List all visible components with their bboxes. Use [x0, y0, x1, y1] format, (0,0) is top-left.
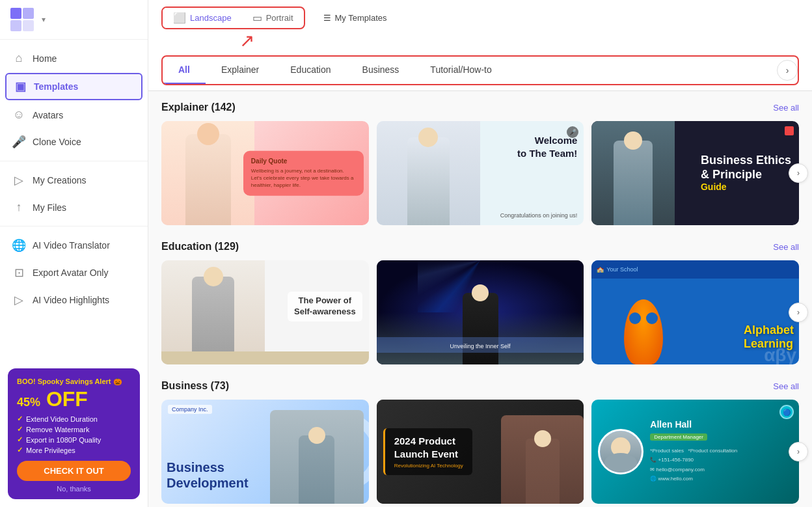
- person-body-edu2: [463, 293, 498, 364]
- sidebar-item-label: Templates: [34, 81, 78, 92]
- clone-voice-icon: 🎤: [12, 135, 26, 149]
- explainer-next-button[interactable]: ›: [789, 163, 808, 183]
- person-head-edu2: [472, 284, 489, 301]
- explainer-see-all[interactable]: See all: [773, 103, 799, 113]
- company-badge: Company Inc.: [168, 405, 212, 414]
- business-next-button[interactable]: ›: [789, 442, 808, 461]
- explainer-section: Explainer (142) See all Daily Quote Well: [161, 102, 799, 225]
- red-dot: [785, 126, 794, 135]
- avatar-indicator: 🔵: [779, 405, 794, 419]
- landscape-button[interactable]: ⬜ Landscape: [163, 8, 242, 28]
- ethics-sub: Guide: [701, 182, 791, 193]
- edu-text-overlay: The Power ofSelf-awareness: [288, 292, 362, 322]
- template-card[interactable]: 2024 ProductLaunch Event Revolutionizing…: [377, 400, 584, 504]
- my-templates-label: My Templates: [335, 13, 387, 23]
- sidebar-logo: ▾: [0, 0, 148, 40]
- promo-dismiss[interactable]: No, thanks: [17, 485, 131, 493]
- my-files-icon: ↑: [12, 200, 26, 214]
- sidebar-item-label: AI Video Highlights: [33, 295, 109, 305]
- nav-divider-2: [0, 226, 148, 226]
- cartoon-head: [624, 299, 663, 364]
- promo-feature: More Privileges: [17, 446, 131, 454]
- sidebar-item-ai-highlights[interactable]: ▷ AI Video Highlights: [0, 286, 148, 314]
- person-head-2: [418, 128, 438, 147]
- category-tab-tutorial[interactable]: Tutorial/How-to: [414, 57, 507, 84]
- business-section-title: Business (73): [161, 380, 229, 392]
- person-biz2: [501, 415, 584, 504]
- business-see-all[interactable]: See all: [773, 381, 799, 391]
- sidebar-nav: ⌂ Home ▣ Templates ☺ Avatars 🎤 Clone Voi…: [0, 40, 148, 361]
- category-tab-education[interactable]: Education: [275, 57, 346, 84]
- welcome-text: Welcometo The Team!: [517, 134, 577, 159]
- template-card[interactable]: 🏫 Your School AlphabetLearning: [591, 260, 799, 364]
- topbar-area: ⬜ Landscape ▭ Portrait ☰ My Templates ↗ …: [148, 0, 812, 91]
- person-body-3: [614, 141, 653, 225]
- pb1-head: [308, 427, 325, 444]
- view-toggle: ⬜ Landscape ▭ Portrait: [161, 7, 305, 29]
- person-area: [161, 121, 254, 225]
- sidebar-item-label: My Creations: [33, 175, 86, 185]
- portrait-icon: ▭: [252, 12, 262, 24]
- promo-check-it-out-button[interactable]: CHECK IT OUT: [17, 461, 131, 481]
- category-tab-business[interactable]: Business: [347, 57, 415, 84]
- logo-chevron-icon[interactable]: ▾: [42, 15, 46, 24]
- logo-icon: [10, 8, 34, 31]
- edu2-text: Unveiling the Inner Self: [450, 343, 510, 349]
- biz-text: BusinessDevelopment: [167, 459, 249, 491]
- avatar-img: [600, 431, 642, 473]
- contact-role: Department Manager: [650, 433, 707, 441]
- my-templates-icon: ☰: [323, 13, 331, 23]
- ethics-text: Business Ethics& Principle Guide: [701, 154, 791, 192]
- sidebar-item-home[interactable]: ⌂ Home: [0, 45, 148, 72]
- person-head-edu1: [204, 267, 223, 286]
- promo-features: Extend Video Duration Remove Watermark E…: [17, 415, 131, 454]
- avatar-shoulders: [604, 453, 637, 473]
- template-card[interactable]: Welcometo The Team! Congratulations on j…: [377, 121, 584, 225]
- ai-highlights-icon: ▷: [12, 293, 26, 307]
- pb2-body: [526, 439, 560, 504]
- portrait-label: Portrait: [266, 13, 293, 23]
- template-card[interactable]: The Power ofSelf-awareness: [161, 260, 369, 364]
- sidebar-item-templates[interactable]: ▣ Templates: [5, 73, 142, 100]
- template-card[interactable]: Daily Quote Wellbeing is a journey, not …: [161, 121, 369, 225]
- promo-feature: Remove Watermark: [17, 425, 131, 433]
- sidebar-item-label: My Files: [33, 202, 66, 213]
- card-subtext: Congratulations on joining us!: [500, 212, 578, 219]
- template-card[interactable]: 🔵 Allen Hall Department Manager *Product…: [591, 400, 799, 504]
- template-card[interactable]: Company Inc. BusinessDevelopment: [161, 400, 369, 504]
- education-section-header: Education (129) See all: [161, 241, 799, 253]
- explainer-grid: Daily Quote Wellbeing is a journey, not …: [161, 121, 799, 225]
- template-card[interactable]: Business Ethics& Principle Guide: [591, 121, 799, 225]
- sidebar-item-avatars[interactable]: ☺ Avatars: [0, 102, 148, 128]
- sidebar-item-label: Home: [33, 53, 57, 64]
- nav-divider: [0, 161, 148, 161]
- sidebar-item-export-avatar[interactable]: ⊡ Export Avatar Only: [0, 259, 148, 286]
- template-card[interactable]: Unveiling the Inner Self: [377, 260, 584, 364]
- person-area-2: [377, 121, 480, 225]
- desk: [161, 351, 369, 364]
- person-head-3: [624, 131, 642, 150]
- education-next-button[interactable]: ›: [789, 303, 808, 322]
- sidebar-item-clone-voice[interactable]: 🎤 Clone Voice: [0, 128, 148, 156]
- category-bar: All Explainer Education Business Tutoria…: [161, 55, 799, 85]
- ai-translator-icon: 🌐: [12, 238, 26, 253]
- portrait-button[interactable]: ▭ Portrait: [242, 8, 304, 28]
- category-tab-explainer[interactable]: Explainer: [206, 57, 275, 84]
- sidebar-item-ai-video-translator[interactable]: 🌐 AI Video Translator: [0, 232, 148, 259]
- education-see-all[interactable]: See all: [773, 242, 799, 252]
- promo-feature: Extend Video Duration: [17, 415, 131, 423]
- person-area-3: [591, 121, 674, 225]
- education-section: Education (129) See all The Power ofSelf…: [161, 241, 799, 364]
- topbar-row: ⬜ Landscape ▭ Portrait ☰ My Templates: [161, 0, 799, 34]
- quote-box: Daily Quote Wellbeing is a journey, not …: [243, 151, 364, 196]
- sidebar-item-my-creations[interactable]: ▷ My Creations: [0, 167, 148, 194]
- contact-name: Allen Hall: [650, 419, 737, 430]
- sidebar-item-my-files[interactable]: ↑ My Files: [0, 194, 148, 221]
- category-next-button[interactable]: ›: [777, 60, 798, 81]
- content-area: Explainer (142) See all Daily Quote Well: [148, 91, 812, 507]
- pb1-body: [299, 435, 334, 504]
- category-tab-all[interactable]: All: [163, 57, 206, 84]
- contact-info: Allen Hall Department Manager *Product s…: [650, 419, 737, 484]
- my-templates-button[interactable]: ☰ My Templates: [313, 9, 398, 27]
- card-title: Daily Quote: [251, 158, 356, 165]
